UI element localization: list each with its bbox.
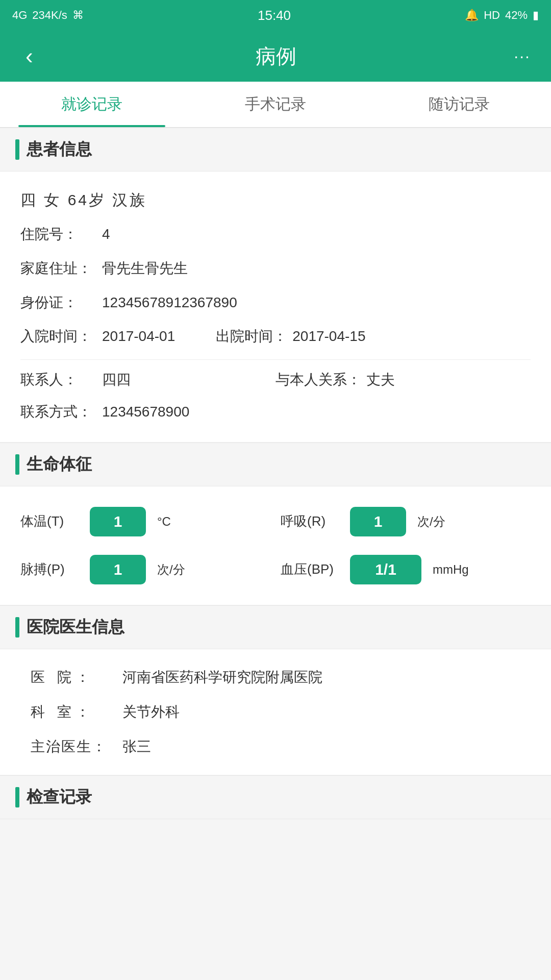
bp-item: 血压(BP) 1/1 mmHg xyxy=(281,555,531,584)
back-button[interactable]: ‹ xyxy=(20,38,38,74)
hospital-number-label: 住院号： xyxy=(20,223,102,246)
address-row: 家庭住址： 骨先生骨先生 xyxy=(20,257,531,280)
bp-value: 1/1 xyxy=(350,555,421,584)
tab-followup-label: 随访记录 xyxy=(429,94,490,115)
patient-info-content: 四 女 64岁 汉族 住院号： 4 家庭住址： 骨先生骨先生 身份证： 1234… xyxy=(0,172,551,443)
id-value: 12345678912367890 xyxy=(102,291,237,314)
status-left: 4G 234K/s ⌘ xyxy=(12,9,84,22)
divider1 xyxy=(20,359,531,360)
tab-visit-label: 就诊记录 xyxy=(61,94,122,115)
status-time: 15:40 xyxy=(258,8,291,23)
signal-icon: 4G xyxy=(12,9,27,22)
phone-value: 12345678900 xyxy=(102,401,189,424)
section-bar xyxy=(15,139,19,160)
tab-surgery-label: 手术记录 xyxy=(245,94,306,115)
header: ‹ 病例 ··· xyxy=(0,31,551,82)
hospital-section-bar xyxy=(15,617,19,638)
dates-row: 入院时间： 2017-04-01 出院时间： 2017-04-15 xyxy=(20,325,531,348)
vitals-title: 生命体征 xyxy=(27,453,92,476)
patient-info-section-header: 患者信息 xyxy=(0,128,551,172)
page-title: 病例 xyxy=(256,42,296,70)
tab-surgery[interactable]: 手术记录 xyxy=(184,82,367,127)
network-speed: 234K/s xyxy=(32,9,67,22)
hospital-section-header: 医院医生信息 xyxy=(0,605,551,649)
hospital-number-row: 住院号： 4 xyxy=(20,223,531,246)
wifi-icon: ⌘ xyxy=(72,9,84,22)
vitals-section-header: 生命体征 xyxy=(0,443,551,486)
phone-row: 联系方式： 12345678900 xyxy=(20,401,531,424)
resp-label: 呼吸(R) xyxy=(281,512,342,530)
relation-label: 与本人关系： xyxy=(276,370,361,389)
battery-icon: ▮ xyxy=(533,9,539,22)
temp-value: 1 xyxy=(90,507,146,536)
hospital-title: 医院医生信息 xyxy=(27,616,124,639)
doctor-label: 主治医生： xyxy=(31,737,122,756)
hospital-name-label: 医 院： xyxy=(31,668,122,687)
vitals-grid: 体温(T) 1 °C 呼吸(R) 1 次/分 脉搏(P) 1 次/分 血压(BP… xyxy=(20,507,531,584)
tab-followup[interactable]: 随访记录 xyxy=(367,82,551,127)
exam-title: 检查记录 xyxy=(27,786,92,808)
id-row: 身份证： 12345678912367890 xyxy=(20,291,531,314)
resp-item: 呼吸(R) 1 次/分 xyxy=(281,507,531,536)
relation-value: 丈夫 xyxy=(366,370,395,389)
contact-name: 四四 xyxy=(102,370,131,389)
battery-percent: 42% xyxy=(505,9,528,22)
hospital-content: 医 院： 河南省医药科学研究院附属医院 科 室： 关节外科 主治医生： 张三 xyxy=(0,649,551,775)
hospital-number-value: 4 xyxy=(102,223,110,246)
hospital-name-value: 河南省医药科学研究院附属医院 xyxy=(122,668,322,687)
admit-date: 2017-04-01 xyxy=(102,325,175,348)
patient-info-title: 患者信息 xyxy=(27,138,92,161)
pulse-item: 脉搏(P) 1 次/分 xyxy=(20,555,270,584)
mute-icon: 🔔 xyxy=(465,9,479,22)
hd-icon: HD xyxy=(484,9,500,22)
pulse-label: 脉搏(P) xyxy=(20,560,82,578)
tab-visit[interactable]: 就诊记录 xyxy=(0,82,184,127)
resp-value: 1 xyxy=(350,507,406,536)
dept-label: 科 室： xyxy=(31,702,122,722)
phone-label: 联系方式： xyxy=(20,401,102,424)
exam-section-header: 检查记录 xyxy=(0,775,551,819)
vitals-section-bar xyxy=(15,454,19,475)
pulse-unit: 次/分 xyxy=(157,561,185,578)
resp-unit: 次/分 xyxy=(417,513,445,530)
tabs-bar: 就诊记录 手术记录 随访记录 xyxy=(0,82,551,128)
contact-label: 联系人： xyxy=(20,370,102,389)
bp-unit: mmHg xyxy=(433,562,469,577)
patient-basic-info: 四 女 64岁 汉族 xyxy=(20,190,531,211)
pulse-value: 1 xyxy=(90,555,146,584)
hospital-name-row: 医 院： 河南省医药科学研究院附属医院 xyxy=(31,668,520,687)
doctor-value: 张三 xyxy=(122,737,151,756)
dept-row: 科 室： 关节外科 xyxy=(31,702,520,722)
more-button[interactable]: ··· xyxy=(514,47,531,66)
id-label: 身份证： xyxy=(20,291,102,314)
discharge-label: 出院时间： xyxy=(216,325,287,348)
temp-item: 体温(T) 1 °C xyxy=(20,507,270,536)
status-right: 🔔 HD 42% ▮ xyxy=(465,9,539,22)
address-value: 骨先生骨先生 xyxy=(102,257,188,280)
vitals-content: 体温(T) 1 °C 呼吸(R) 1 次/分 脉搏(P) 1 次/分 血压(BP… xyxy=(0,486,551,605)
discharge-date: 2017-04-15 xyxy=(292,325,365,348)
temp-label: 体温(T) xyxy=(20,512,82,530)
doctor-row: 主治医生： 张三 xyxy=(31,737,520,756)
address-label: 家庭住址： xyxy=(20,257,102,280)
dept-value: 关节外科 xyxy=(122,702,180,722)
exam-section-bar xyxy=(15,787,19,807)
temp-unit: °C xyxy=(157,514,171,529)
status-bar: 4G 234K/s ⌘ 15:40 🔔 HD 42% ▮ xyxy=(0,0,551,31)
bp-label: 血压(BP) xyxy=(281,560,342,578)
admit-label: 入院时间： xyxy=(20,325,102,348)
